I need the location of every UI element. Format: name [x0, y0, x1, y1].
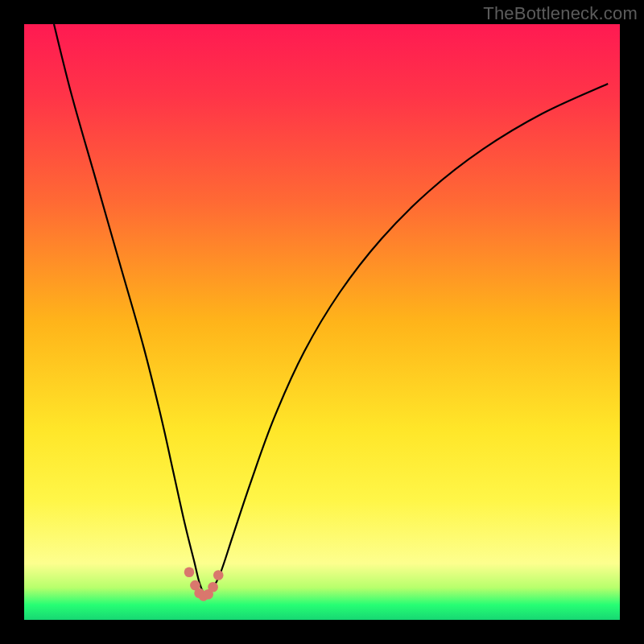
chart-svg	[24, 24, 620, 620]
chart-frame: TheBottleneck.com	[0, 0, 644, 644]
plot-area	[24, 24, 620, 620]
trough-dot	[213, 570, 224, 580]
gradient-background	[24, 24, 620, 620]
trough-dot	[208, 582, 218, 592]
trough-dot	[184, 568, 195, 578]
watermark-text: TheBottleneck.com	[483, 3, 638, 24]
